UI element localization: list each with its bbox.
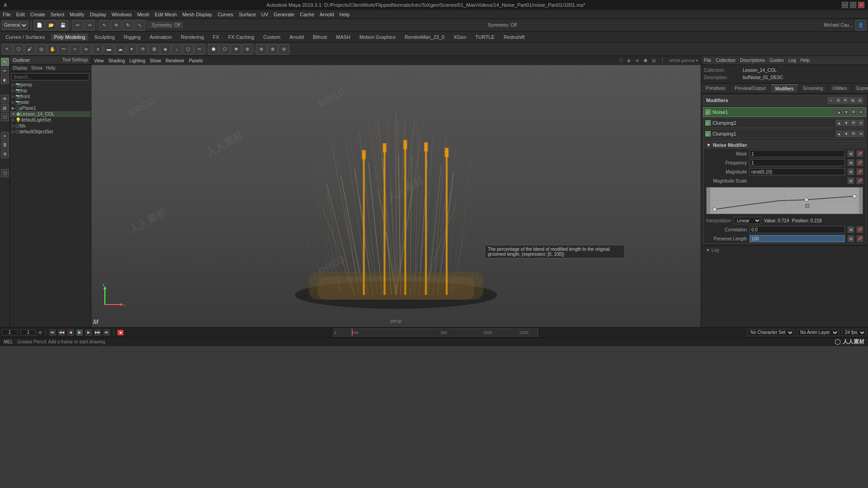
noise-mag-scale-expand[interactable]: ⊞ xyxy=(848,178,854,184)
menu-windows[interactable]: Windows xyxy=(112,12,132,17)
undo-button[interactable]: ↩ xyxy=(72,20,83,31)
modifier-noise1-checkbox[interactable]: ✓ xyxy=(705,109,711,115)
modifier-clumping2[interactable]: ✓ Clumping2 ▲ ▼ ⧉ ✕ xyxy=(703,118,866,128)
tab-bifrost[interactable]: Bifrost xyxy=(310,33,330,41)
modifier-clumping2-checkbox[interactable]: ✓ xyxy=(705,120,711,126)
view-menu[interactable]: View xyxy=(94,58,104,63)
tab-primitives[interactable]: Primitives xyxy=(701,84,730,92)
rp-collection[interactable]: Collection xyxy=(716,58,736,63)
menu-cache[interactable]: Cache xyxy=(300,12,314,17)
mod-btn-down[interactable]: ▼ xyxy=(843,120,849,126)
tab-turtle[interactable]: TURTLE xyxy=(472,33,497,41)
menu-generate[interactable]: Generate xyxy=(274,12,294,17)
mod-btn-up[interactable]: ▲ xyxy=(836,120,842,126)
channel-icon[interactable]: ≡ xyxy=(1,132,9,140)
modifiers-settings-btn[interactable]: ⚙ xyxy=(835,97,841,103)
noise-mag-scale-pin[interactable]: 📌 xyxy=(857,178,863,184)
outliner-item-pplane[interactable]: ▶ ⬡ pPlane1 xyxy=(10,105,91,111)
frame-start-input[interactable] xyxy=(2,329,18,336)
select-mode-icon[interactable]: ↖ xyxy=(1,58,9,66)
select-tool[interactable]: ↖ xyxy=(99,20,110,31)
menu-help[interactable]: Help xyxy=(340,12,350,17)
rotate-tool[interactable]: ↻ xyxy=(123,20,133,31)
mode-select[interactable]: General xyxy=(2,21,28,30)
noise-corr-pin[interactable]: 📌 xyxy=(857,226,863,233)
menu-surface[interactable]: Surface xyxy=(239,12,256,17)
viewport-icon4[interactable]: ⬢ xyxy=(644,58,647,63)
menu-modify[interactable]: Modify xyxy=(70,12,84,17)
gamma-select[interactable]: sRGB gamma ▾ xyxy=(669,58,698,63)
paint-icon[interactable]: ✏ xyxy=(1,67,9,75)
tab-redshift[interactable]: Rednshift xyxy=(501,33,527,41)
anim-layer-select[interactable]: No Anim Layer xyxy=(797,329,839,336)
play-fwd-btn[interactable]: ▶ xyxy=(76,329,83,336)
tab-motion-graphics[interactable]: Motion Graphics xyxy=(357,33,398,41)
timeline[interactable]: 1 134 160 1020 2100 xyxy=(333,328,538,337)
modifiers-add-btn[interactable]: + xyxy=(828,97,834,103)
user-icon[interactable]: 👤 xyxy=(855,20,866,31)
tool-crease[interactable]: ∧ xyxy=(92,44,103,55)
tool-flatten[interactable]: ▬ xyxy=(104,44,114,55)
tab-mash[interactable]: MASH xyxy=(333,33,353,41)
tool-misc3[interactable]: ⊘ xyxy=(278,44,289,55)
tool-pinch[interactable]: ⊳ xyxy=(81,44,92,55)
fps-select[interactable]: 24 fps xyxy=(842,329,866,336)
menu-create[interactable]: Create xyxy=(30,12,45,17)
mod-btn-up[interactable]: ▲ xyxy=(836,109,842,115)
mod-btn-delete[interactable]: ✕ xyxy=(858,131,864,137)
outliner-menu-help[interactable]: Help xyxy=(46,66,56,70)
modifier-noise1[interactable]: ✓ Noise1 ▲ ▼ ⧉ ✕ xyxy=(703,107,866,117)
menu-edit[interactable]: Edit xyxy=(16,12,25,17)
open-file-button[interactable]: 📂 xyxy=(46,20,57,31)
save-file-button[interactable]: 💾 xyxy=(57,20,68,31)
tab-poly-modeling[interactable]: Poly Modeling xyxy=(51,33,88,41)
outliner-item-top[interactable]: ▷ 📷 top xyxy=(10,88,91,94)
viewport-icon5[interactable]: ▤ xyxy=(652,58,656,63)
menu-arnold[interactable]: Arnold xyxy=(320,12,334,17)
magnitude-scale-curve[interactable] xyxy=(706,187,863,214)
viewport-icon2[interactable]: ◐ xyxy=(627,58,631,63)
outliner-item-front[interactable]: ▷ 📷 front xyxy=(10,94,91,99)
menu-mesh-display[interactable]: Mesh Display xyxy=(182,12,212,17)
tab-arnold[interactable]: Arnold xyxy=(287,33,307,41)
renderer-menu[interactable]: Renderer xyxy=(165,58,184,63)
tool-settings-icon[interactable]: ⚙ xyxy=(1,150,9,158)
minimize-button[interactable]: — xyxy=(842,2,848,8)
noise-freq-expand[interactable]: ⊞ xyxy=(848,160,854,166)
mod-btn-delete[interactable]: ✕ xyxy=(858,109,864,115)
key-indicator[interactable]: ● xyxy=(118,330,123,335)
tool-misc1[interactable]: ⊕ xyxy=(256,44,267,55)
rp-file[interactable]: File xyxy=(704,58,711,63)
prev-key-btn[interactable]: ◀◀ xyxy=(58,329,65,336)
tool-xgen4[interactable]: ⊛ xyxy=(242,44,253,55)
xgen-icon[interactable]: ⬡ xyxy=(1,169,9,177)
tool-xgen2[interactable]: ⬡ xyxy=(219,44,230,55)
noise-preserve-expand[interactable]: ⊞ xyxy=(848,235,854,242)
menu-display[interactable]: Display xyxy=(90,12,106,17)
outliner-menu-display[interactable]: Display xyxy=(13,66,28,70)
mod-btn-copy[interactable]: ⧉ xyxy=(850,120,857,126)
scale-tool[interactable]: ⤡ xyxy=(134,20,145,31)
modifier-clumping1[interactable]: ✓ Clumping1 ▲ ▼ ⧉ ✕ xyxy=(703,129,866,139)
menu-edit-mesh[interactable]: Edit Mesh xyxy=(155,12,177,17)
rp-guides[interactable]: Guides xyxy=(769,58,784,63)
tool-settings-link[interactable]: Tool Settings xyxy=(62,57,88,63)
modifiers-expand-btn[interactable]: ⊞ xyxy=(849,97,856,103)
modifiers-shrink-btn[interactable]: ⊟ xyxy=(857,97,863,103)
tool-select[interactable]: ↖ xyxy=(2,44,13,55)
auto-key-btn[interactable] xyxy=(39,331,42,334)
tool-xgen3[interactable]: ❖ xyxy=(231,44,241,55)
rp-log[interactable]: Log xyxy=(788,58,796,63)
outliner-item-persp[interactable]: ▷ 📷 persp xyxy=(10,82,91,88)
tab-rendering[interactable]: Rendering xyxy=(178,33,207,41)
prev-frame-btn[interactable]: ◀ xyxy=(67,329,74,336)
tool-grab[interactable]: ✋ xyxy=(47,44,58,55)
tool-sculpt[interactable]: ◎ xyxy=(36,44,47,55)
noise-mask-input[interactable] xyxy=(750,150,845,157)
tab-preview-output[interactable]: Preview/Output xyxy=(730,84,770,92)
viewport-icon1[interactable]: ⬡ xyxy=(619,58,623,63)
noise-preserve-input[interactable] xyxy=(750,235,845,242)
tool-scrape[interactable]: ⟂ xyxy=(171,44,182,55)
noise-mag-input[interactable] xyxy=(750,168,845,175)
shading-menu[interactable]: Shading xyxy=(108,58,125,63)
